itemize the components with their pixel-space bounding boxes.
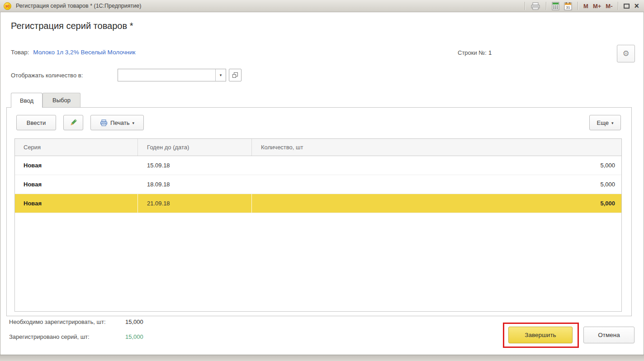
close-button[interactable]: × <box>632 1 641 11</box>
cell-expiry: 18.09.18 <box>138 175 252 194</box>
quantity-display-label: Отображать количество в: <box>11 72 83 79</box>
window-bottom-frame <box>0 355 644 361</box>
titlebar-separator <box>578 2 578 10</box>
enter-button[interactable]: Ввести <box>16 115 56 130</box>
table-header: Серия Годен до (дата) Количество, шт <box>15 139 621 156</box>
table-row-selected[interactable]: Новая 21.09.18 5,000 <box>15 194 621 213</box>
calendar-icon: 31 <box>564 2 572 10</box>
maximize-icon <box>624 4 630 9</box>
chevron-down-icon: ▾ <box>133 121 135 125</box>
edit-button[interactable] <box>63 115 83 130</box>
required-label: Необходимо зарегистрировать, шт: <box>9 318 106 325</box>
cell-series: Новая <box>15 194 138 213</box>
cell-qty: 5,000 <box>252 194 621 213</box>
calculator-icon <box>552 2 559 10</box>
cancel-button[interactable]: Отмена <box>583 327 635 343</box>
tab-vybor[interactable]: Выбор <box>43 93 80 107</box>
cell-expiry: 15.09.18 <box>138 156 252 175</box>
finish-button[interactable]: Завершить <box>508 327 573 343</box>
print-button[interactable]: Печать ▾ <box>90 115 144 130</box>
tab-vvod[interactable]: Ввод <box>11 93 43 108</box>
product-row: Товар: Молоко 1л 3,2% Веселый Молочник <box>11 49 135 56</box>
column-header-expiry[interactable]: Годен до (дата) <box>138 139 252 156</box>
chevron-down-icon: ▾ <box>220 73 222 77</box>
titlebar-controls: 31 M M+ M- × <box>521 1 641 11</box>
product-link[interactable]: Молоко 1л 3,2% Веселый Молочник <box>33 49 135 56</box>
print-titlebar-button[interactable] <box>528 1 543 11</box>
pencil-icon <box>69 119 77 127</box>
cell-expiry: 21.09.18 <box>138 194 252 213</box>
memory-m-button[interactable]: M <box>581 1 591 11</box>
open-picker-icon <box>232 72 238 78</box>
app-window: 1С Регистрация серий товаров * (1С:Предп… <box>0 0 644 361</box>
1c-logo-icon: 1С <box>4 2 11 10</box>
calendar-button[interactable]: 31 <box>562 1 574 11</box>
rows-counter-label: Строки №: <box>458 49 487 56</box>
chevron-down-icon: ▾ <box>611 121 614 125</box>
registered-label: Зарегистрировано серий, шт: <box>9 333 90 340</box>
cell-series: Новая <box>15 156 138 175</box>
quantity-unit-combobox: ▾ <box>118 69 226 81</box>
table-row[interactable]: Новая 15.09.18 5,000 <box>15 156 621 175</box>
open-picker-button[interactable] <box>229 69 242 81</box>
cell-series: Новая <box>15 175 138 194</box>
product-label: Товар: <box>11 49 29 56</box>
rows-counter-value: 1 <box>488 49 492 56</box>
close-icon: × <box>634 2 639 10</box>
quantity-unit-input[interactable] <box>118 69 215 81</box>
tab-panel: Ввести Печать ▾ Еще ▾ <box>6 107 632 316</box>
titlebar-separator <box>546 2 546 10</box>
settings-button[interactable]: ⚙ <box>617 45 635 62</box>
svg-text:31: 31 <box>566 5 570 10</box>
calculator-button[interactable] <box>549 1 562 11</box>
window-title: Регистрация серий товаров * (1С:Предприя… <box>16 3 141 9</box>
titlebar-separator <box>525 2 525 10</box>
memory-m-plus-button[interactable]: M+ <box>591 1 603 11</box>
titlebar-separator <box>618 2 618 10</box>
printer-icon <box>530 2 540 10</box>
series-table: Серия Годен до (дата) Количество, шт Нов… <box>14 138 622 312</box>
gear-icon: ⚙ <box>622 50 629 57</box>
column-header-series[interactable]: Серия <box>15 139 138 156</box>
required-value: 15,000 <box>125 318 143 325</box>
column-header-qty[interactable]: Количество, шт <box>252 139 621 156</box>
memory-m-minus-button[interactable]: M- <box>603 1 615 11</box>
table-row[interactable]: Новая 18.09.18 5,000 <box>15 175 621 194</box>
print-icon <box>100 119 108 126</box>
maximize-button[interactable] <box>621 1 632 11</box>
cell-qty: 5,000 <box>252 175 621 194</box>
rows-counter: Строки №:1 <box>458 49 492 56</box>
more-button[interactable]: Еще ▾ <box>589 115 621 130</box>
titlebar: 1С Регистрация серий товаров * (1С:Предп… <box>0 0 644 12</box>
more-button-label: Еще <box>597 119 609 126</box>
cell-qty: 5,000 <box>252 156 621 175</box>
page-title: Регистрация серий товаров * <box>11 21 133 31</box>
print-button-label: Печать <box>110 119 130 126</box>
registered-value: 15,000 <box>125 333 143 340</box>
combobox-dropdown-button[interactable]: ▾ <box>215 69 226 81</box>
